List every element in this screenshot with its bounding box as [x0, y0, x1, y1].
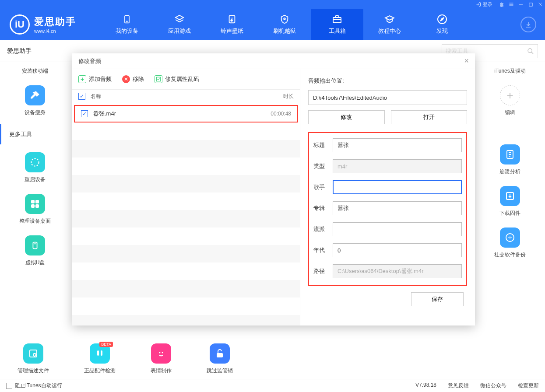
- sidebar-label: 管理描述文件: [18, 367, 49, 374]
- year-input[interactable]: [333, 243, 462, 257]
- modal-close-icon[interactable]: ×: [464, 56, 469, 66]
- nav-tutorials[interactable]: 教程中心: [363, 9, 416, 40]
- menu-icon[interactable]: [508, 1, 514, 7]
- graduation-icon: [384, 14, 395, 24]
- block-itunes-checkbox[interactable]: 阻止iTunes自动运行: [6, 382, 62, 389]
- remove-button[interactable]: ✕移除: [122, 75, 144, 83]
- svg-rect-36: [101, 350, 102, 356]
- right-sidebar: iTunes及驱动 + 编辑 崩溃分析 下载固件 社交软件备份: [475, 62, 545, 264]
- table-header: ✓ 名称 时长: [72, 89, 300, 103]
- right-edit[interactable]: + 编辑: [475, 80, 545, 122]
- tool-profile[interactable]: 管理描述文件: [18, 343, 49, 374]
- sidebar-label: 跳过监管锁: [207, 367, 233, 374]
- select-all-checkbox[interactable]: ✓: [78, 93, 85, 100]
- left-sidebar: 安装移动端 设备瘦身 更多工具 重启设备 整理设备桌面 虚拟U盘: [0, 62, 70, 272]
- sidebar-category-more[interactable]: 更多工具: [0, 124, 70, 144]
- check-update-link[interactable]: 检查更新: [518, 382, 539, 389]
- nav-discover[interactable]: 发现: [416, 9, 468, 40]
- modify-path-button[interactable]: 修改: [308, 110, 385, 124]
- save-button[interactable]: 保存: [411, 292, 464, 306]
- sidebar-install[interactable]: 安装移动端: [0, 62, 70, 80]
- modal-title: 修改音频: [78, 57, 101, 65]
- download-icon: [524, 21, 532, 28]
- singer-input[interactable]: [333, 180, 462, 194]
- toolbox-icon: [332, 14, 342, 24]
- svg-rect-35: [97, 350, 99, 356]
- type-input: [333, 159, 462, 173]
- unlock-icon: [210, 343, 230, 364]
- tb-label: 修复属性乱码: [165, 75, 199, 83]
- nav-ringtone[interactable]: 铃声壁纸: [206, 9, 258, 40]
- report-icon: [500, 144, 520, 164]
- tool-emoji[interactable]: 表情制作: [151, 343, 172, 374]
- genre-input[interactable]: [333, 222, 462, 236]
- version-label: V7.98.18: [415, 382, 436, 389]
- svg-point-20: [31, 158, 39, 166]
- grid-icon: [25, 194, 45, 214]
- nav-my-device[interactable]: 我的设备: [101, 9, 153, 40]
- minimize-icon[interactable]: [518, 1, 524, 7]
- tb-label: 移除: [133, 75, 144, 83]
- brand-logo-icon: iU: [10, 14, 30, 35]
- sidebar-label: 崩溃分析: [499, 168, 520, 175]
- nav-label: 刷机越狱: [273, 27, 296, 35]
- compass-icon: [437, 14, 447, 24]
- tool-accessory[interactable]: BETA 正品配件检测: [84, 343, 116, 374]
- title-label: 标题: [311, 141, 333, 149]
- right-social[interactable]: 社交软件备份: [475, 222, 545, 264]
- sidebar-slim[interactable]: 设备瘦身: [0, 80, 70, 122]
- nav-label: 发现: [436, 27, 448, 35]
- tool-lock[interactable]: 跳过监管锁: [207, 343, 233, 374]
- svg-rect-41: [156, 77, 160, 81]
- sidebar-arrange[interactable]: 整理设备桌面: [0, 189, 70, 230]
- right-firmware[interactable]: 下载固件: [475, 181, 545, 222]
- open-path-button[interactable]: 打开: [391, 110, 468, 124]
- svg-point-9: [127, 21, 127, 22]
- music-icon: [227, 14, 237, 24]
- login-link[interactable]: 登录: [476, 1, 492, 8]
- svg-rect-23: [31, 204, 35, 208]
- close-icon[interactable]: [537, 1, 543, 7]
- table-row[interactable]: ✓ 嚣张.m4r 00:00:48: [74, 105, 298, 122]
- nav-flash[interactable]: 刷机越狱: [258, 9, 311, 40]
- apps-icon: [174, 14, 185, 24]
- album-label: 专辑: [311, 204, 333, 212]
- maximize-icon[interactable]: [527, 1, 534, 7]
- fix-encoding-button[interactable]: 修复属性乱码: [155, 75, 199, 83]
- feedback-link[interactable]: 意见反馈: [448, 382, 469, 389]
- sidebar-udisk[interactable]: 虚拟U盘: [0, 230, 70, 272]
- subbar-title: 爱思助手: [7, 47, 32, 55]
- col-name: 名称: [91, 93, 250, 100]
- svg-point-38: [159, 352, 160, 353]
- add-audio-button[interactable]: +添加音频: [78, 75, 112, 83]
- main-nav: iU 爱思助手 www.i4.cn 我的设备 应用游戏 铃声壁纸 刷机越狱 工具…: [0, 9, 545, 40]
- row-checkbox[interactable]: ✓: [81, 110, 88, 117]
- nav-label: 工具箱: [329, 27, 346, 35]
- genre-label: 流派: [311, 225, 333, 233]
- wechat-link[interactable]: 微信公众号: [480, 382, 506, 389]
- sidebar-label: 安装移动端: [22, 67, 48, 75]
- title-input[interactable]: [333, 138, 462, 152]
- svg-rect-22: [35, 200, 39, 203]
- chat-icon: [500, 228, 520, 248]
- brand: iU 爱思助手 www.i4.cn: [0, 14, 101, 35]
- skin-icon[interactable]: [499, 1, 505, 7]
- nav-label: 我的设备: [116, 27, 138, 35]
- sidebar-reboot[interactable]: 重启设备: [0, 147, 70, 189]
- nav-apps-games[interactable]: 应用游戏: [153, 9, 206, 40]
- right-crash[interactable]: 崩溃分析: [475, 139, 545, 181]
- sidebar-label: 表情制作: [151, 367, 172, 374]
- nav-label: 教程中心: [378, 27, 401, 35]
- beta-badge: BETA: [99, 342, 113, 347]
- reboot-icon: [25, 152, 45, 172]
- right-itunes[interactable]: iTunes及驱动: [475, 62, 545, 80]
- album-input[interactable]: [333, 201, 462, 215]
- download-button[interactable]: [520, 17, 536, 32]
- nav-toolbox[interactable]: 工具箱: [311, 9, 363, 40]
- svg-marker-16: [440, 18, 444, 21]
- emoji-icon: [151, 343, 171, 364]
- row-duration: 00:00:48: [247, 111, 291, 117]
- modal-left-panel: +添加音频 ✕移除 修复属性乱码 ✓ 名称 时长 ✓ 嚣张.m4r 00:00:…: [72, 69, 300, 326]
- modal-titlebar: 修改音频 ×: [72, 53, 475, 69]
- sidebar-label: iTunes及驱动: [494, 67, 526, 75]
